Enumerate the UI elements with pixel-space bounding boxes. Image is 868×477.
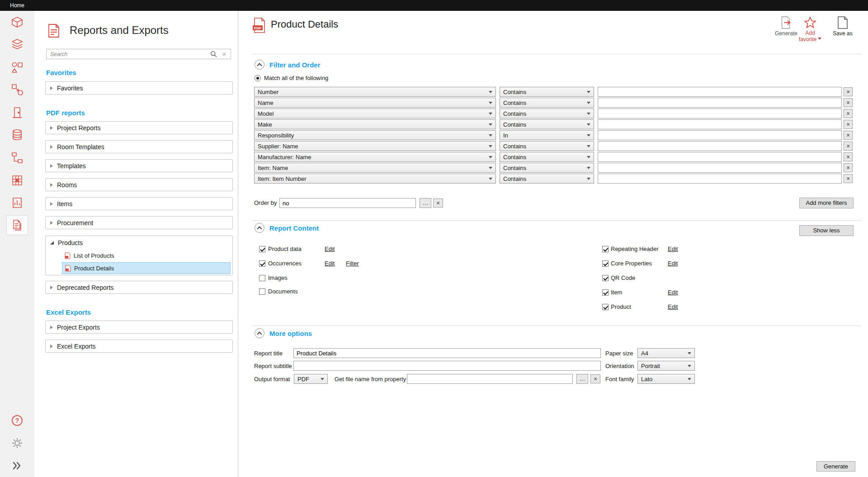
generate-report-button[interactable]: Generate [816,461,855,472]
documents-checkbox[interactable] [259,288,265,295]
filter-field-dropdown[interactable]: Supplier: Name [254,141,496,151]
filter-field-dropdown[interactable]: Number [254,87,496,97]
home-menu[interactable]: Home [10,2,24,9]
sidebar-item-items[interactable]: Items [45,197,233,210]
rail-item-workflow[interactable] [6,148,28,168]
search-input[interactable] [47,49,209,59]
rail-item-database[interactable] [6,125,28,145]
font-family-dropdown[interactable]: Lato [637,374,695,384]
sidebar-item-project-exports[interactable]: Project Exports [45,321,233,334]
report-title-input[interactable] [293,348,601,358]
report-subtitle-input[interactable] [293,361,601,371]
rail-item-expand[interactable] [6,456,28,476]
filter-value-input[interactable] [598,163,842,173]
remove-filter-icon[interactable] [844,131,853,140]
filter-condition-dropdown[interactable]: Contains [500,163,594,173]
remove-filter-icon[interactable] [844,152,853,161]
rail-item-doors[interactable] [6,103,28,123]
orientation-dropdown[interactable]: Portrait [637,361,695,371]
filter-value-input[interactable] [598,87,842,97]
remove-filter-icon[interactable] [844,109,853,118]
filter-value-input[interactable] [598,98,842,108]
filter-condition-dropdown[interactable]: Contains [500,141,594,151]
rail-item-systems[interactable] [6,170,28,190]
filter-condition-dropdown[interactable]: Contains [500,87,594,97]
filter-occurrences-link[interactable]: Filter [346,260,359,267]
filter-field-dropdown[interactable]: Item: Name [254,163,496,173]
collapse-filter-section-button[interactable] [255,60,264,70]
add-favorite-button[interactable]: Add favorite [795,16,825,43]
remove-filter-icon[interactable] [844,87,853,96]
clear-search-icon[interactable] [221,50,228,58]
output-format-dropdown[interactable]: PDF [294,374,328,384]
filter-field-dropdown[interactable]: Item: Item Number [254,174,496,184]
edit-repeating-header-link[interactable]: Edit [668,246,678,252]
sidebar-item-list-of-products[interactable]: List of Products [62,250,231,261]
search-icon[interactable] [210,51,217,57]
filter-condition-dropdown[interactable]: In [500,130,594,140]
rail-item-reports[interactable] [6,215,28,235]
rail-item-help[interactable]: ? [6,411,28,430]
show-less-button[interactable]: Show less [799,225,854,236]
filter-condition-dropdown[interactable]: Contains [500,119,594,129]
file-name-input[interactable] [407,374,573,384]
sidebar-item-deprecated-reports[interactable]: Deprecated Reports [45,281,233,294]
sidebar-item-rooms[interactable]: Rooms [45,178,233,191]
sidebar-item-favorites[interactable]: Favorites [45,81,233,94]
filter-value-input[interactable] [598,130,842,140]
order-by-browse-button[interactable] [420,198,431,208]
add-more-filters-button[interactable]: Add more filters [799,198,854,208]
save-as-button[interactable]: Save as [829,16,857,37]
filter-value-input[interactable] [598,174,842,184]
rail-item-item-register[interactable] [6,193,28,213]
edit-core-properties-link[interactable]: Edit [668,260,678,267]
rail-item-settings[interactable] [6,433,28,453]
filter-value-input[interactable] [598,119,842,129]
sidebar-item-room-templates[interactable]: Room Templates [45,140,233,153]
item-checkbox[interactable] [602,289,609,296]
remove-filter-icon[interactable] [844,98,853,107]
product-data-checkbox[interactable] [259,246,265,252]
filter-value-input[interactable] [598,141,842,151]
product-checkbox[interactable] [602,304,609,310]
rail-item-projects[interactable] [6,12,28,32]
remove-filter-icon[interactable] [844,142,853,151]
order-by-input[interactable] [279,198,416,208]
rail-item-buildings[interactable] [6,34,28,54]
sidebar-item-product-details[interactable]: Product Details [62,262,231,274]
sidebar-item-procurement[interactable]: Procurement [45,216,233,229]
collapse-content-section-button[interactable] [255,223,264,233]
core-properties-checkbox[interactable] [602,260,609,267]
qr-code-checkbox[interactable] [602,275,609,281]
rail-item-room-shapes[interactable] [6,80,28,99]
filter-value-input[interactable] [598,152,842,162]
match-all-radio[interactable] [255,75,261,81]
edit-product-link[interactable]: Edit [668,303,678,310]
sidebar-item-excel-exports[interactable]: Excel Exports [45,340,233,353]
edit-item-link[interactable]: Edit [668,289,678,296]
occurrences-checkbox[interactable] [259,260,265,267]
repeating-header-checkbox[interactable] [602,246,609,252]
filter-value-input[interactable] [598,109,842,118]
clear-file-name-icon[interactable] [590,374,600,383]
filter-condition-dropdown[interactable]: Contains [500,152,594,162]
remove-filter-icon[interactable] [844,120,853,129]
sidebar-item-products[interactable]: Products [46,236,232,249]
filter-field-dropdown[interactable]: Responsibility [254,130,496,140]
edit-product-data-link[interactable]: Edit [325,246,335,252]
edit-occurrences-link[interactable]: Edit [325,260,335,267]
sidebar-item-project-reports[interactable]: Project Reports [45,121,233,134]
sidebar-item-templates[interactable]: Templates [45,159,233,172]
images-checkbox[interactable] [259,275,265,281]
filter-condition-dropdown[interactable]: Contains [500,174,594,184]
filter-field-dropdown[interactable]: Model [254,109,496,118]
clear-order-by-icon[interactable] [433,198,443,208]
filter-field-dropdown[interactable]: Manufacturer: Name [254,152,496,162]
paper-size-dropdown[interactable]: A4 [637,348,695,358]
file-name-browse-button[interactable] [576,374,588,384]
filter-condition-dropdown[interactable]: Contains [500,109,594,118]
collapse-options-section-button[interactable] [255,328,264,338]
filter-condition-dropdown[interactable]: Contains [500,98,594,108]
remove-filter-icon[interactable] [844,174,853,183]
rail-item-rooms[interactable] [6,57,28,77]
